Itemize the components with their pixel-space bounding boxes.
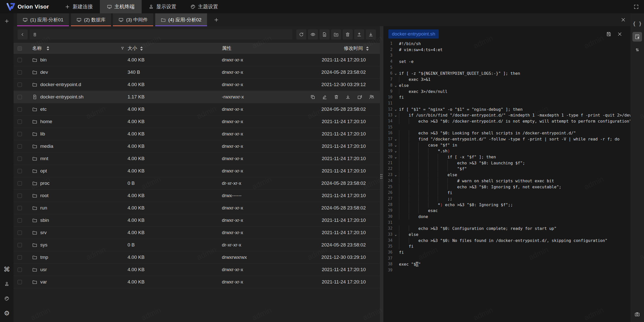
row-checkbox[interactable]	[18, 95, 22, 99]
table-row[interactable]: sys0 Bdr-xr-xr-x2024-05-28 23:58:02	[14, 239, 380, 251]
brand[interactable]: Orion Visor	[0, 0, 58, 13]
camera-rail-button[interactable]	[632, 309, 642, 319]
row-checkbox[interactable]	[18, 132, 22, 136]
table-row[interactable]: home4.00 KBdrwxr-xr-x2021-11-24 17:20:10	[14, 116, 380, 128]
dots-square-icon[interactable]	[357, 94, 362, 100]
file-name[interactable]: run	[40, 205, 47, 211]
copy-icon[interactable]	[310, 94, 315, 100]
row-checkbox[interactable]	[18, 231, 22, 235]
select-all-checkbox[interactable]	[18, 46, 22, 51]
path-input[interactable]	[39, 32, 289, 37]
row-checkbox[interactable]	[18, 107, 22, 112]
palette-rail-button[interactable]	[2, 294, 12, 303]
terminal-tab-2[interactable]: (2) 数据库	[71, 13, 111, 26]
new-tab-button[interactable]	[209, 13, 224, 26]
fold-chevron-icon[interactable]: ⌄	[392, 232, 399, 238]
table-row[interactable]: bin4.00 KBdrwxr-xr-x2021-11-24 17:20:10	[14, 54, 380, 66]
code-editor[interactable]: 1#!/bin/sh2# vim:sw=4:ts=4:et34set -e56⌄…	[383, 39, 630, 322]
row-checkbox[interactable]	[18, 255, 22, 260]
panel-splitter[interactable]	[380, 26, 383, 322]
fold-chevron-icon[interactable]: ⌄	[392, 112, 399, 118]
row-checkbox[interactable]	[18, 280, 22, 284]
table-row[interactable]: dev340 Bdrwxr-xr-x2024-05-28 23:58:02	[14, 66, 380, 79]
file-name[interactable]: opt	[40, 168, 47, 174]
table-row[interactable]: docker-entrypoint.d4.00 KBdrwxr-xr-x2021…	[14, 79, 380, 91]
file-name[interactable]: root	[40, 193, 49, 198]
table-row[interactable]: proc0 Bdr-xr-xr-x2024-05-28 23:58:02	[14, 177, 380, 190]
row-checkbox[interactable]	[18, 206, 22, 210]
row-checkbox[interactable]	[18, 194, 22, 198]
table-row[interactable]: root4.00 KBdrwx------2021-11-24 17:20:10	[14, 190, 380, 202]
trash-icon[interactable]	[334, 94, 339, 99]
file-name[interactable]: dev	[40, 69, 48, 75]
table-row[interactable]: opt4.00 KBdrwxr-xr-x2021-11-24 17:20:10	[14, 165, 380, 177]
terminal-tab-4[interactable]: (4) 应用-分析02	[155, 13, 207, 26]
file-bookmark-rail-button[interactable]	[632, 32, 642, 42]
file-name[interactable]: media	[40, 144, 53, 149]
row-checkbox[interactable]	[18, 268, 22, 272]
menu-item-4[interactable]: 主题设置	[183, 0, 225, 13]
command-rail-button[interactable]: ⌘	[2, 265, 12, 274]
back-button[interactable]	[18, 29, 28, 40]
table-row[interactable]: usr4.00 KBdrwxr-xr-x2021-11-24 17:20:10	[14, 264, 380, 276]
menu-item-2[interactable]: 主机终端	[100, 0, 142, 13]
table-row[interactable]: docker-entrypoint.sh1.17 KB-rwxrwxr-x	[14, 91, 380, 103]
menu-item-1[interactable]: 新建连接	[58, 0, 100, 13]
file-name[interactable]: lib	[40, 131, 45, 137]
fold-chevron-icon[interactable]: ⌄	[392, 142, 399, 148]
sort-icon[interactable]	[47, 46, 49, 51]
tab-bar-close-button[interactable]	[621, 13, 630, 26]
table-row[interactable]: lib4.00 KBdrwxr-xr-x2021-11-24 17:20:10	[14, 128, 380, 140]
braces-rail-button[interactable]: { }	[632, 19, 642, 28]
file-name[interactable]: srv	[40, 230, 47, 235]
fold-chevron-icon[interactable]: ⌄	[392, 106, 399, 113]
row-checkbox[interactable]	[18, 83, 22, 87]
row-checkbox[interactable]	[18, 120, 22, 124]
editor-close-button[interactable]	[615, 30, 624, 38]
new-file-button[interactable]	[319, 29, 330, 40]
row-checkbox[interactable]	[18, 157, 22, 161]
file-name[interactable]: proc	[40, 181, 50, 186]
fold-chevron-icon[interactable]: ⌄	[392, 172, 399, 178]
file-name[interactable]: etc	[40, 106, 47, 112]
table-row[interactable]: sbin4.00 KBdrwxr-xr-x2021-11-24 17:20:10	[14, 214, 380, 227]
table-row[interactable]: var4.00 KBdrwxr-xr-x2021-11-24 17:20:10	[14, 276, 380, 288]
terminal-tab-3[interactable]: (3) 中间件	[113, 13, 153, 26]
file-name[interactable]: usr	[40, 267, 47, 272]
download-button[interactable]	[366, 29, 376, 40]
trash-button[interactable]	[343, 29, 353, 40]
fullscreen-icon[interactable]	[633, 4, 639, 10]
upload-button[interactable]	[354, 29, 364, 40]
row-checkbox[interactable]	[18, 218, 22, 223]
file-name[interactable]: sys	[40, 242, 48, 248]
file-name[interactable]: sbin	[40, 218, 49, 223]
file-name[interactable]: mnt	[40, 156, 48, 161]
column-header-time[interactable]: 修改时间	[344, 46, 363, 51]
column-header-name[interactable]: 名称	[32, 45, 42, 52]
table-row[interactable]: mnt4.00 KBdrwxr-xr-x2021-11-24 17:20:10	[14, 153, 380, 165]
table-row[interactable]: media4.00 KBdrwxr-xr-x2021-11-24 17:20:1…	[14, 140, 380, 153]
file-name[interactable]: home	[40, 119, 52, 124]
stamp-rail-button[interactable]	[2, 279, 12, 289]
row-checkbox[interactable]	[18, 181, 22, 186]
row-checkbox[interactable]	[18, 58, 22, 62]
fold-chevron-icon[interactable]: ⌄	[392, 70, 399, 77]
file-name[interactable]: docker-entrypoint.sh	[40, 94, 84, 100]
editor-file-tab[interactable]: docker-entrypoint.sh	[388, 29, 439, 39]
row-checkbox[interactable]	[18, 169, 22, 173]
table-row[interactable]: tmp4.00 KBdrwxrwxrwx2021-12-30 03:29:10	[14, 251, 380, 264]
column-header-size[interactable]: 大小	[128, 46, 137, 51]
fold-chevron-icon[interactable]: ⌄	[392, 148, 399, 154]
fold-chevron-icon[interactable]: ⌄	[392, 154, 399, 160]
close-icon[interactable]	[621, 17, 626, 22]
file-name[interactable]: bin	[40, 57, 47, 63]
menu-item-3[interactable]: 显示设置	[142, 0, 183, 13]
fold-chevron-icon[interactable]: ⌄	[392, 83, 399, 89]
terminal-tab-1[interactable]: (1) 应用-分析01	[17, 13, 69, 26]
gear-rail-button[interactable]: ⚙	[2, 308, 12, 318]
row-checkbox[interactable]	[18, 243, 22, 247]
fold-chevron-icon[interactable]: ⌄	[392, 136, 399, 142]
file-name[interactable]: tmp	[40, 255, 48, 260]
row-checkbox[interactable]	[18, 70, 22, 75]
fullscreen-button[interactable]	[633, 4, 639, 10]
